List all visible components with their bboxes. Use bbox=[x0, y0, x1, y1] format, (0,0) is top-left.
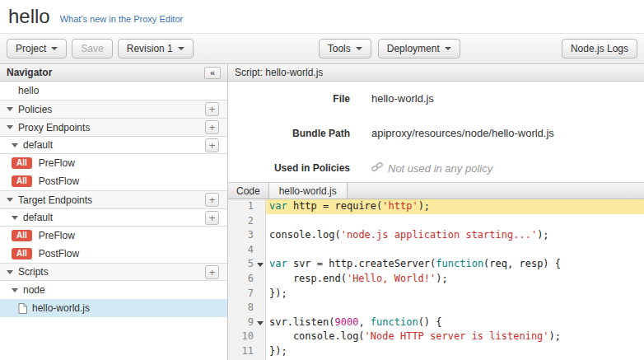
code-gutter: 1234567891011 bbox=[228, 199, 266, 360]
disclosure-down-icon[interactable] bbox=[7, 125, 13, 129]
code-lines[interactable]: var http = require('http'); console.log(… bbox=[266, 199, 644, 360]
code-line[interactable]: svr.listen(9000, function() { bbox=[269, 316, 644, 330]
code-line[interactable]: console.log('Node HTTP server is listeni… bbox=[269, 330, 644, 344]
add-target-endpoint-button[interactable]: + bbox=[205, 193, 219, 207]
nav-item-target-endpoint-default[interactable]: default + bbox=[0, 208, 227, 227]
whats-new-link[interactable]: What's new in the Proxy Editor bbox=[60, 14, 183, 24]
code-editor[interactable]: 1234567891011 var http = require('http')… bbox=[228, 199, 644, 360]
disclosure-down-icon[interactable] bbox=[7, 107, 13, 111]
gutter-line-number: 11 bbox=[228, 344, 265, 359]
gutter-line-number: 1 bbox=[228, 199, 265, 214]
nav-item-proxy-preflow[interactable]: All PreFlow bbox=[0, 154, 227, 172]
navigator-header-label: Navigator bbox=[7, 67, 52, 78]
code-line[interactable]: resp.end('Hello, World!'); bbox=[269, 272, 644, 287]
nav-section-policies[interactable]: Policies + bbox=[0, 100, 227, 118]
code-line[interactable] bbox=[269, 301, 644, 316]
nav-section-scripts[interactable]: Scripts + bbox=[0, 263, 227, 281]
gutter-line-number: 3 bbox=[228, 228, 265, 243]
add-flow-button[interactable]: + bbox=[205, 211, 219, 225]
code-file-tab[interactable]: hello-world.js bbox=[268, 183, 348, 199]
nav-item-proxy-endpoint-default[interactable]: default + bbox=[0, 136, 227, 154]
file-label: File bbox=[228, 92, 350, 105]
nav-item-proxy-postflow[interactable]: All PostFlow bbox=[0, 172, 227, 190]
script-detail-panel: Script: hello-world.js File hello-world.… bbox=[228, 64, 644, 360]
code-header-bar: Code hello-world.js bbox=[228, 182, 644, 199]
code-fold-icon[interactable] bbox=[257, 263, 264, 267]
proxy-editor-app: hello What's new in the Proxy Editor Pro… bbox=[0, 0, 644, 360]
script-panel-header-label: Script: hello-world.js bbox=[235, 67, 323, 78]
save-button[interactable]: Save bbox=[72, 39, 112, 58]
nav-item-label: PostFlow bbox=[39, 248, 79, 259]
revision-dropdown-label: Revision 1 bbox=[127, 43, 173, 54]
bundle-path-row: Bundle Path apiproxy/resources/node/hell… bbox=[228, 127, 644, 139]
caret-down-icon bbox=[356, 47, 362, 50]
disclosure-down-icon[interactable] bbox=[12, 288, 18, 292]
used-in-policies-label: Used in Policies bbox=[228, 161, 350, 174]
gutter-line-number: 4 bbox=[228, 243, 265, 258]
bundle-path-label: Bundle Path bbox=[228, 127, 350, 139]
nav-item-target-postflow[interactable]: All PostFlow bbox=[0, 245, 227, 263]
nav-item-label: default bbox=[23, 212, 53, 223]
nav-item-proxy-root[interactable]: hello bbox=[0, 82, 227, 100]
collapse-navigator-button[interactable]: « bbox=[204, 67, 221, 79]
disclosure-down-icon[interactable] bbox=[12, 143, 18, 147]
caret-down-icon bbox=[51, 47, 58, 50]
nodejs-logs-button[interactable]: Node.js Logs bbox=[562, 39, 637, 58]
disclosure-down-icon[interactable] bbox=[7, 198, 13, 202]
nav-section-label: Proxy Endpoints bbox=[18, 122, 90, 133]
nav-section-target-endpoints[interactable]: Target Endpoints + bbox=[0, 190, 227, 208]
all-conditions-badge: All bbox=[12, 230, 32, 241]
nav-section-label: Target Endpoints bbox=[18, 194, 92, 206]
nav-item-script-hello-world[interactable]: hello-world.js bbox=[0, 299, 227, 317]
project-dropdown-label: Project bbox=[16, 43, 46, 54]
page-title: hello bbox=[8, 5, 50, 28]
deployment-dropdown[interactable]: Deployment bbox=[378, 39, 460, 58]
gutter-line-number: 8 bbox=[228, 301, 265, 316]
code-line[interactable]: }); bbox=[269, 344, 644, 359]
add-proxy-endpoint-button[interactable]: + bbox=[205, 120, 219, 134]
nav-item-label: PostFlow bbox=[39, 175, 79, 187]
caret-down-icon bbox=[445, 47, 451, 50]
file-row: File hello-world.js bbox=[228, 92, 644, 105]
file-value: hello-world.js bbox=[371, 92, 434, 105]
gutter-line-number: 9 bbox=[228, 316, 265, 330]
code-line[interactable]: console.log('node.js application startin… bbox=[269, 228, 644, 243]
disclosure-down-icon[interactable] bbox=[12, 216, 18, 220]
code-line[interactable]: }); bbox=[269, 287, 644, 302]
add-policy-button[interactable]: + bbox=[205, 102, 219, 116]
code-line[interactable] bbox=[269, 214, 644, 229]
bundle-path-value: apiproxy/resources/node/hello-world.js bbox=[371, 127, 554, 139]
nav-item-scripts-node-folder[interactable]: node bbox=[0, 281, 227, 299]
main-split: Navigator « hello Policies + Proxy Endpo… bbox=[0, 64, 644, 360]
gutter-line-number: 5 bbox=[228, 257, 265, 272]
all-conditions-badge: All bbox=[12, 157, 32, 169]
project-dropdown[interactable]: Project bbox=[7, 39, 67, 58]
revision-dropdown[interactable]: Revision 1 bbox=[118, 39, 194, 58]
used-in-policies-value: Not used in any policy bbox=[371, 161, 492, 175]
tools-dropdown[interactable]: Tools bbox=[319, 39, 371, 58]
navigator-header: Navigator « bbox=[0, 64, 227, 82]
nav-item-label: default bbox=[23, 139, 53, 151]
code-line[interactable]: var svr = http.createServer(function(req… bbox=[269, 257, 644, 272]
gutter-line-number: 7 bbox=[228, 287, 265, 302]
disclosure-down-icon[interactable] bbox=[7, 270, 13, 274]
used-in-policies-row: Used in Policies Not used in any policy bbox=[228, 161, 644, 175]
gutter-line-number: 2 bbox=[228, 214, 265, 229]
code-line[interactable]: var http = require('http'); bbox=[266, 199, 644, 214]
code-line[interactable] bbox=[269, 243, 644, 258]
code-fold-icon[interactable] bbox=[257, 321, 264, 325]
nav-item-target-preflow[interactable]: All PreFlow bbox=[0, 227, 227, 245]
page-header: hello What's new in the Proxy Editor bbox=[0, 0, 644, 33]
nav-section-label: Policies bbox=[18, 104, 52, 115]
add-flow-button[interactable]: + bbox=[205, 138, 219, 152]
gutter-line-number: 6 bbox=[228, 272, 265, 287]
all-conditions-badge: All bbox=[12, 175, 32, 187]
nav-item-label: hello-world.js bbox=[32, 302, 90, 314]
used-in-policies-text: Not used in any policy bbox=[388, 162, 492, 175]
nav-section-label: Scripts bbox=[18, 266, 49, 278]
nav-section-proxy-endpoints[interactable]: Proxy Endpoints + bbox=[0, 118, 227, 136]
nav-item-label: PreFlow bbox=[39, 230, 75, 241]
toolbar-center-group: Tools Deployment bbox=[319, 39, 460, 58]
caret-down-icon bbox=[178, 47, 184, 50]
add-script-button[interactable]: + bbox=[205, 265, 219, 279]
